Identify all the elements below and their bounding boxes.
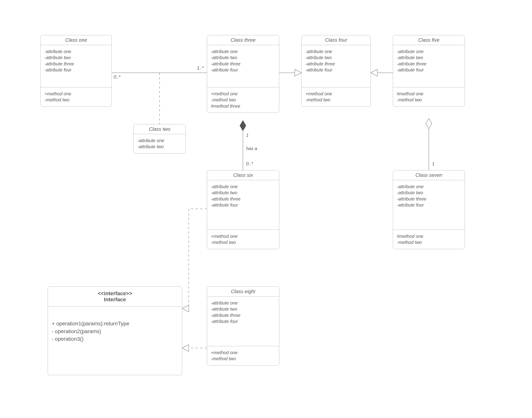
- mult-c3-assoc: 1..*: [197, 65, 204, 71]
- attr: -attribute one: [305, 48, 367, 55]
- class-five-methods: #method one -method two: [393, 87, 465, 106]
- attr: -attribute one: [211, 300, 275, 306]
- class-three: Class three -attribute one -attribute tw…: [207, 35, 279, 113]
- mult-agg: 1: [432, 161, 434, 166]
- attr: -attribute three: [397, 196, 461, 202]
- method: -method two: [305, 97, 367, 103]
- method: -method two: [211, 97, 275, 103]
- class-one: Class one -attribute one -attribute two …: [41, 35, 112, 107]
- class-four-methods: +method one -method two: [302, 87, 370, 106]
- class-two-attrs: -attribute one -attribute two: [134, 134, 186, 153]
- class-seven-attrs: -attribute one -attribute two -attribute…: [393, 180, 465, 230]
- class-seven-methods: #method one -method two: [393, 230, 465, 249]
- op: + operation1(params):returnType: [52, 320, 178, 328]
- attr: -attribute three: [211, 196, 275, 202]
- attr: -attribute three: [211, 61, 275, 67]
- class-one-methods: +method one -method two: [41, 87, 111, 106]
- attr: -attribute two: [211, 306, 275, 312]
- method: -method two: [397, 239, 461, 245]
- mult-c1: 0..*: [114, 74, 121, 80]
- attr: -attribute three: [397, 61, 461, 67]
- gen-c5-c4-arrow: [371, 69, 377, 76]
- class-four: Class four -attribute one -attribute two…: [301, 35, 371, 107]
- attr: -attribute one: [211, 48, 275, 55]
- attr: -attribute four: [397, 202, 461, 208]
- class-two: Class two -attribute one -attribute two: [133, 124, 186, 153]
- interface-header: <<interface>> Interface: [48, 287, 182, 307]
- attr: -attribute three: [305, 61, 367, 67]
- method: -method two: [211, 239, 275, 245]
- uml-class-diagram: { "classes": { "c1": { "title": "Class o…: [0, 0, 532, 418]
- class-four-attrs: -attribute one -attribute two -attribute…: [302, 45, 370, 87]
- class-five-attrs: -attribute one -attribute two -attribute…: [393, 45, 465, 87]
- label-has-a: has a: [246, 146, 257, 151]
- method: #method three: [211, 103, 275, 109]
- interface-stereo: <<interface>>: [48, 290, 182, 297]
- attr: -attribute one: [44, 48, 108, 55]
- attr: -attribute one: [137, 138, 182, 144]
- method: #method one: [397, 233, 461, 239]
- attr: -attribute two: [305, 55, 367, 61]
- interface-ops: + operation1(params):returnType - operat…: [48, 307, 182, 346]
- mult-comp-bot: 0..*: [246, 161, 253, 166]
- gen-c3-c4-arrow: [295, 69, 301, 76]
- class-six-methods: +method one -method two: [207, 230, 279, 249]
- class-eight-attrs: -attribute one -attribute two -attribute…: [207, 297, 279, 346]
- class-six: Class six -attribute one -attribute two …: [207, 170, 279, 249]
- realize-c6-iface-arrow: [182, 305, 189, 312]
- op: - operation3(): [52, 335, 178, 343]
- attr: -attribute four: [305, 67, 367, 73]
- class-one-title: Class one: [41, 35, 111, 45]
- interface-title: Interface: [48, 297, 182, 302]
- attr: -attribute four: [44, 67, 108, 73]
- class-seven-title: Class seven: [393, 170, 465, 180]
- attr: -attribute two: [211, 55, 275, 61]
- attr: -attribute two: [211, 190, 275, 196]
- attr: -attribute two: [397, 190, 461, 196]
- aggregation-diamond: [426, 118, 432, 129]
- class-seven: Class seven -attribute one -attribute tw…: [393, 170, 465, 249]
- attr: -attribute four: [397, 67, 461, 73]
- attr: -attribute two: [137, 144, 182, 150]
- realize-c6-iface: [189, 209, 207, 305]
- class-five-title: Class five: [393, 35, 465, 45]
- class-four-title: Class four: [302, 35, 370, 45]
- attr: -attribute one: [397, 184, 461, 190]
- class-six-title: Class six: [207, 170, 279, 180]
- class-three-attrs: -attribute one -attribute two -attribute…: [207, 45, 279, 87]
- composition-diamond: [240, 120, 246, 131]
- attr: -attribute four: [211, 318, 275, 325]
- method: -method two: [211, 356, 275, 362]
- interface: <<interface>> Interface + operation1(par…: [48, 287, 182, 375]
- class-three-methods: +method one -method two #method three: [207, 87, 279, 113]
- method: +method one: [211, 233, 275, 239]
- attr: -attribute one: [397, 48, 461, 55]
- method: +method one: [211, 91, 275, 97]
- method: -method two: [44, 97, 108, 103]
- class-one-attrs: -attribute one -attribute two -attribute…: [41, 45, 111, 87]
- method: +method one: [305, 91, 367, 97]
- method: +method one: [44, 91, 108, 97]
- class-five: Class five -attribute one -attribute two…: [393, 35, 465, 107]
- method: -method two: [397, 97, 461, 103]
- class-six-attrs: -attribute one -attribute two -attribute…: [207, 180, 279, 230]
- attr: -attribute three: [211, 312, 275, 318]
- class-eight: Class eight -attribute one -attribute tw…: [207, 287, 279, 366]
- attr: -attribute two: [44, 55, 108, 61]
- class-eight-methods: +method one -method two: [207, 346, 279, 365]
- attr: -attribute four: [211, 67, 275, 73]
- attr: -attribute one: [211, 184, 275, 190]
- method: #method one: [397, 91, 461, 97]
- realize-c8-iface-arrow: [182, 345, 189, 351]
- method: +method one: [211, 349, 275, 356]
- class-eight-title: Class eight: [207, 287, 279, 297]
- mult-comp-top: 1: [246, 133, 249, 138]
- class-two-title: Class two: [134, 124, 186, 134]
- op: - operation2(params): [52, 328, 178, 335]
- class-three-title: Class three: [207, 35, 279, 45]
- attr: -attribute two: [397, 55, 461, 61]
- attr: -attribute three: [44, 61, 108, 67]
- attr: -attribute four: [211, 202, 275, 208]
